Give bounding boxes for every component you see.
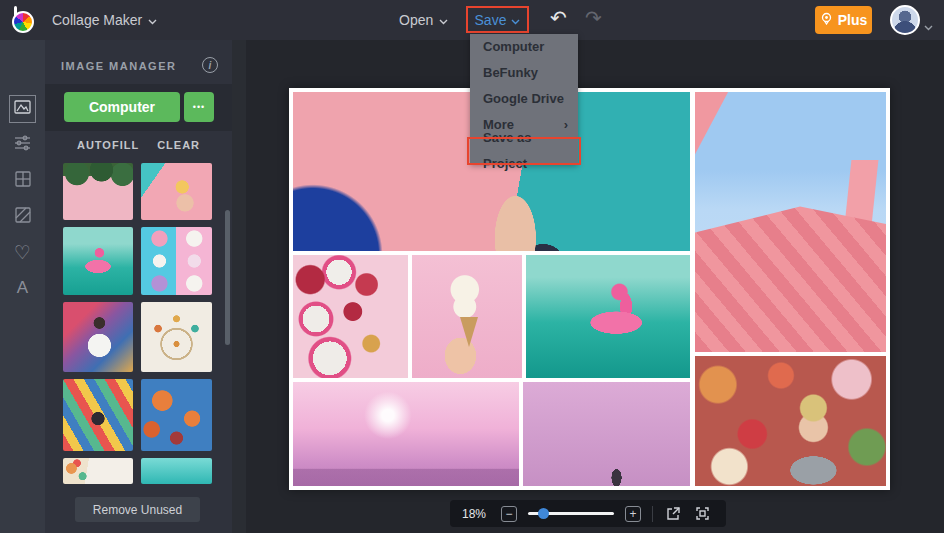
image-manager-panel: IMAGE MANAGER i Computer ••• AUTOFILL CL… [45, 40, 232, 533]
sidebar-item-graphics[interactable]: ♡ [0, 237, 45, 267]
chevron-down-icon [439, 12, 448, 28]
save-button[interactable]: Save [475, 12, 521, 28]
image-manager-icon [14, 100, 31, 118]
app-switcher[interactable]: Collage Maker [52, 12, 157, 28]
sidebar-item-adjustments[interactable] [0, 130, 45, 160]
thumbnail-teal-sky[interactable] [141, 458, 212, 484]
zoom-out-button[interactable]: − [501, 506, 517, 522]
collage-photo-flower-wall-portrait[interactable] [695, 356, 886, 486]
fit-to-screen-icon[interactable] [693, 505, 711, 523]
redo-icon[interactable]: ↷ [585, 6, 602, 30]
zoom-slider-knob[interactable] [538, 508, 549, 519]
thumbnail-confetti-pattern[interactable] [63, 458, 133, 484]
panel-scrollbar[interactable] [225, 210, 230, 345]
sidebar-item-layouts[interactable] [0, 166, 45, 196]
heart-icon: ♡ [14, 243, 31, 262]
building-corner-shape [695, 92, 886, 170]
save-dropdown-menu: Computer BeFunky Google Drive More › Sav… [470, 34, 578, 164]
autofill-button[interactable]: AUTOFILL [77, 139, 139, 151]
thumbnail-abstract-painting[interactable] [141, 379, 212, 451]
autofill-row: AUTOFILL CLEAR [45, 139, 232, 151]
app-title: Collage Maker [52, 12, 142, 28]
plus-badge-icon [820, 12, 833, 28]
collage-photo-flamingo-float[interactable] [526, 255, 690, 378]
open-label: Open [399, 12, 433, 28]
upgrade-plus-button[interactable]: Plus [815, 6, 872, 34]
menu-item-label: Save as Project [483, 125, 568, 177]
chevron-down-icon[interactable] [924, 17, 933, 35]
export-icon[interactable] [664, 505, 682, 523]
collage-photo-figure-on-pink[interactable] [523, 382, 690, 486]
building-stairs-shape [695, 206, 886, 352]
menu-item-google-drive[interactable]: Google Drive [470, 86, 578, 112]
thumbnail-person-at-mural[interactable] [63, 302, 133, 372]
ice-cream-cone-shape [460, 317, 478, 347]
canvas-gutter [232, 40, 246, 533]
menu-item-label: Computer [483, 34, 544, 60]
open-button[interactable]: Open [399, 12, 448, 28]
text-tool-icon: A [17, 278, 28, 298]
tool-sidebar: ♡ A [0, 40, 45, 533]
befunky-logo[interactable] [12, 7, 38, 33]
thumbnail-graffiti-wall[interactable] [63, 379, 133, 451]
thumbnail-donuts[interactable] [141, 227, 212, 295]
collage-photo-pink-city[interactable] [293, 382, 519, 486]
thumbnail-grid [63, 163, 222, 485]
sliders-icon [14, 135, 31, 155]
plus-label: Plus [838, 12, 868, 28]
info-icon[interactable]: i [202, 57, 218, 73]
canvas-workspace: 18% − + [232, 40, 944, 533]
thumbnail-ferris-wheel[interactable] [141, 302, 212, 372]
zoom-in-button[interactable]: + [625, 506, 641, 522]
chevron-down-icon [511, 12, 520, 28]
ellipsis-icon[interactable]: ••• [184, 92, 214, 122]
user-avatar[interactable] [890, 5, 920, 35]
chevron-down-icon [148, 12, 157, 28]
undo-icon[interactable]: ↶ [550, 6, 567, 30]
sidebar-item-patterns[interactable] [0, 202, 45, 232]
collage-document[interactable] [289, 88, 890, 490]
zoom-toolbar: 18% − + [450, 500, 726, 527]
collage-photo-pink-building[interactable] [695, 92, 886, 352]
sidebar-item-text[interactable]: A [0, 273, 45, 303]
menu-item-computer[interactable]: Computer [470, 34, 578, 60]
menu-item-label: Google Drive [483, 86, 564, 112]
thumbnail-hand-with-drink[interactable] [141, 163, 212, 220]
menu-item-save-as-project[interactable]: Save as Project [470, 138, 578, 164]
menu-item-befunky[interactable]: BeFunky [470, 60, 578, 86]
collage-photo-exotic-fruits[interactable] [293, 255, 408, 378]
patterns-icon [15, 207, 31, 227]
thumbnail-leaves-on-pink-wall[interactable] [63, 163, 133, 220]
annotation-save-highlight: Save [466, 6, 529, 33]
logo-color-wheel-icon [12, 11, 34, 33]
panel-title: IMAGE MANAGER [61, 60, 176, 72]
toolbar-divider [652, 506, 653, 522]
remove-unused-button[interactable]: Remove Unused [75, 497, 200, 522]
grid-layout-icon [15, 171, 31, 191]
save-label: Save [475, 12, 507, 28]
upload-computer-button[interactable]: Computer [64, 92, 180, 122]
sidebar-item-image-manager[interactable] [0, 94, 45, 124]
clear-button[interactable]: CLEAR [157, 139, 200, 151]
thumbnail-flamingo-float[interactable] [63, 227, 133, 295]
collage-photo-ice-cream[interactable] [412, 255, 522, 378]
zoom-slider[interactable] [528, 512, 614, 515]
building-tower-shape [844, 160, 878, 225]
zoom-level-value: 18% [462, 507, 490, 521]
menu-item-label: BeFunky [483, 60, 538, 86]
